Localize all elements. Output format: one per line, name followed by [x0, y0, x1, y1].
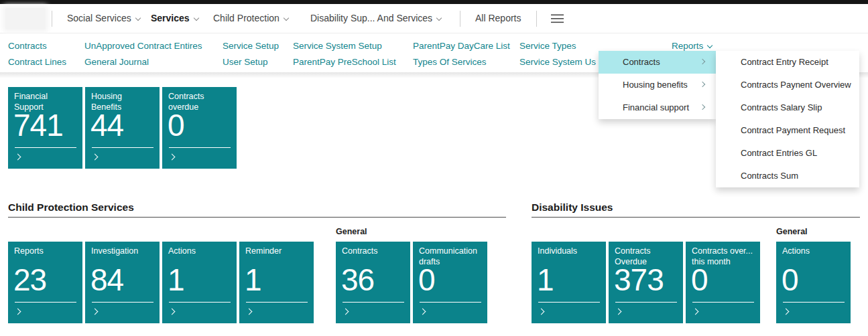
section-rule	[8, 217, 506, 218]
cue-tile-contracts-overdue-disability[interactable]: Contracts Overdue 373	[609, 242, 683, 323]
chevron-down-icon	[193, 15, 198, 21]
submenu-item-contracts-sum[interactable]: Contracts Sum	[716, 165, 859, 187]
ribbon-link-contract-lines[interactable]: Contract Lines	[8, 54, 66, 70]
cue-tile-contracts-over-this-month[interactable]: Contracts over... this month 0	[686, 242, 760, 323]
reports-dropdown-menu: Contracts Housing benefits Financial sup…	[599, 51, 716, 119]
submenu-item-contracts-salary-slip[interactable]: Contracts Salary Slip	[716, 96, 859, 119]
chevron-right-icon	[615, 309, 622, 315]
ribbon-link-contracts[interactable]: Contracts	[8, 38, 66, 54]
submenu-item-contract-payment-request[interactable]: Contract Payment Request	[716, 119, 859, 142]
cue-tile-reports[interactable]: Reports 23	[8, 242, 82, 323]
cue-tile-reminder[interactable]: Reminder 1	[239, 242, 314, 323]
submenu-item-contract-entries-gl[interactable]: Contract Entries GL	[716, 142, 859, 165]
nav-item-label: Disability Sup... And Services	[310, 13, 432, 23]
ribbon-column: Service System Setup ParentPay PreSchool…	[293, 38, 396, 70]
group-label-general: General	[776, 227, 808, 236]
ribbon-link-parentpay-preschool-list[interactable]: ParentPay PreSchool List	[293, 54, 396, 70]
cue-tile-value: 741	[13, 108, 63, 143]
tile-divider	[343, 302, 404, 303]
cue-tile-contracts-general[interactable]: Contracts 36	[336, 242, 410, 323]
chevron-down-icon	[707, 43, 712, 48]
ribbon-link-general-journal[interactable]: General Journal	[84, 54, 202, 70]
nav-item-services[interactable]: Services	[151, 4, 198, 33]
cue-tile-communication-drafts[interactable]: Communication drafts 0	[413, 242, 487, 323]
cue-tile-individuals[interactable]: Individuals 1	[532, 242, 606, 323]
tile-divider	[15, 302, 76, 303]
nav-item-all-reports[interactable]: All Reports	[475, 4, 521, 33]
ribbon-link-user-setup[interactable]: User Setup	[223, 54, 279, 70]
submenu-item-contracts-paynent-overview[interactable]: Contracts Paynent Overview	[716, 74, 859, 96]
chevron-right-icon	[343, 309, 349, 315]
cue-tile-value: 1	[245, 262, 261, 298]
menu-item-contracts[interactable]: Contracts	[599, 51, 716, 74]
divider	[536, 11, 537, 27]
cue-tile-label: Contracts	[342, 246, 406, 256]
cue-tile-value: 44	[90, 108, 123, 143]
nav-item-child-protection[interactable]: Child Protection	[213, 4, 288, 33]
hamburger-menu-icon[interactable]	[551, 14, 564, 26]
cue-tile-value: 84	[90, 262, 123, 298]
chevron-right-icon	[783, 309, 790, 315]
ribbon-link-parentpay-daycare-list[interactable]: ParentPay DayCare List	[413, 38, 510, 54]
ribbon-column: Service Setup User Setup	[223, 38, 279, 70]
chevron-right-icon	[420, 309, 426, 315]
ribbon-column: ParentPay DayCare List Types Of Services	[413, 38, 510, 70]
cue-tile-actions-general[interactable]: Actions 0	[776, 242, 851, 323]
tile-divider	[783, 302, 845, 303]
ribbon-link-unapproved-contract-entires[interactable]: UnApproved Contract Entires	[84, 38, 202, 54]
tile-divider	[169, 147, 231, 148]
tile-divider	[246, 302, 308, 303]
cue-tile-investigation[interactable]: Investigation 84	[85, 242, 160, 323]
chevron-right-icon	[692, 309, 699, 315]
ribbon-link-service-types[interactable]: Service Types	[519, 38, 596, 54]
cue-tile-label: Investigation	[91, 246, 156, 256]
ribbon-link-service-system-setup[interactable]: Service System Setup	[293, 38, 396, 54]
cue-tile-value: 1	[537, 262, 554, 298]
top-navbar: Social Services Services Child Protectio…	[0, 4, 868, 33]
chevron-right-icon	[700, 82, 705, 87]
chevron-down-icon	[284, 15, 289, 21]
nav-item-disability-services[interactable]: Disability Sup... And Services	[310, 4, 441, 33]
ribbon-link-types-of-services[interactable]: Types Of Services	[413, 54, 510, 70]
cue-tile-contracts-overdue[interactable]: Contracts overdue 0	[162, 87, 237, 169]
tile-divider	[169, 302, 231, 303]
cue-tile-housing-benefits[interactable]: Housing Benefits 44	[85, 87, 160, 169]
ribbon-column: Contracts Contract Lines	[8, 38, 66, 70]
menu-item-label: Contracts	[623, 57, 660, 67]
cue-tile-financial-support[interactable]: Financial Support 741	[8, 87, 82, 169]
tile-divider	[15, 147, 76, 148]
contracts-submenu: Contract Entry Receipt Contracts Paynent…	[716, 51, 859, 187]
cue-tile-label: Actions	[782, 246, 847, 256]
chevron-right-icon	[169, 154, 176, 161]
tile-divider	[420, 302, 481, 303]
ribbon-link-service-system-users[interactable]: Service System Us	[519, 54, 596, 70]
submenu-item-contract-entry-receipt[interactable]: Contract Entry Receipt	[716, 51, 859, 74]
menu-item-label: Financial support	[623, 102, 689, 112]
chevron-right-icon	[92, 309, 99, 315]
cue-tile-value: 1	[168, 262, 184, 298]
cue-tile-label: Reminder	[245, 246, 310, 256]
menu-item-housing-benefits[interactable]: Housing benefits	[599, 74, 716, 96]
chevron-right-icon	[92, 154, 99, 161]
menu-item-financial-support[interactable]: Financial support	[599, 96, 716, 119]
tile-divider	[538, 302, 600, 303]
cue-tile-value: 0	[782, 262, 798, 298]
nav-item-social-services[interactable]: Social Services	[67, 4, 140, 33]
chevron-right-icon	[700, 59, 705, 64]
cue-tile-value: 23	[13, 262, 46, 298]
chevron-right-icon	[700, 104, 705, 110]
cue-tile-label: Actions	[168, 246, 233, 256]
chevron-down-icon	[135, 15, 140, 21]
nav-item-label: Child Protection	[213, 13, 280, 23]
reports-dropdown-label: Reports	[672, 41, 703, 51]
menu-item-label: Housing benefits	[623, 80, 688, 90]
logo-placeholder	[5, 8, 46, 29]
cue-tile-actions[interactable]: Actions 1	[162, 242, 237, 323]
tile-divider	[615, 302, 677, 303]
tile-divider	[92, 147, 153, 148]
cue-tile-label: Individuals	[538, 246, 602, 256]
chevron-right-icon	[15, 154, 21, 161]
cue-tile-value: 0	[168, 108, 184, 143]
ribbon-link-service-setup[interactable]: Service Setup	[223, 38, 279, 54]
chevron-right-icon	[15, 309, 21, 315]
